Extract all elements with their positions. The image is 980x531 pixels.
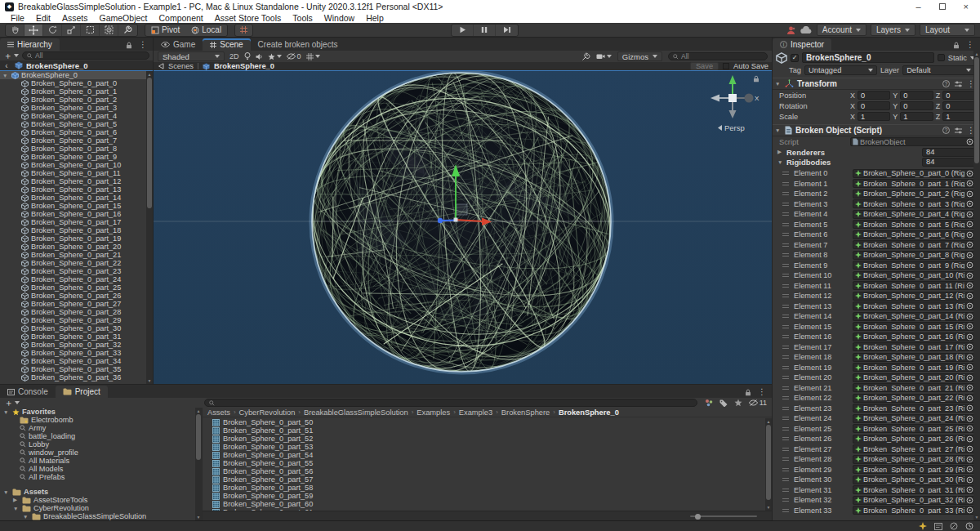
persp-label[interactable]: Persp <box>724 123 745 132</box>
favorite-item[interactable]: Lobby <box>0 440 202 448</box>
breadcrumb-scenes[interactable]: Scenes <box>168 62 194 70</box>
foldout-icon[interactable]: ▼ <box>3 409 10 415</box>
rigidbody-object-field[interactable]: Broken_Sphere_0_part_28 (Rigidb <box>853 455 976 464</box>
asset-file-row[interactable]: Broken_Sphere_0_part_50 <box>203 418 764 426</box>
asset-file-row[interactable]: Broken_Sphere_0_part_57 <box>203 475 764 484</box>
drag-handle-icon[interactable] <box>781 263 791 268</box>
rigidbody-object-field[interactable]: Broken_Sphere_0_part_18 (Rigidb <box>853 353 976 362</box>
rigidbody-object-field[interactable]: Broken_Sphere_0_part_17 (Rigidb <box>853 342 976 351</box>
object-picker-icon[interactable] <box>966 241 973 248</box>
favorites-root[interactable]: ▼Favorites <box>0 408 202 416</box>
menu-component[interactable]: Component <box>153 13 208 23</box>
favorite-item[interactable]: Electrobomb <box>0 416 202 424</box>
foldout-icon[interactable]: ▼ <box>13 506 20 511</box>
object-picker-icon[interactable] <box>966 456 973 463</box>
drag-handle-icon[interactable] <box>781 191 791 196</box>
hierarchy-item[interactable]: Broken_Sphere_0_part_36 <box>0 373 146 382</box>
scale-tool-button[interactable] <box>62 25 81 36</box>
rigidbody-object-field[interactable]: Broken_Sphere_0_part_25 (Rigidb <box>853 424 976 433</box>
step-button[interactable] <box>496 25 518 36</box>
drag-handle-icon[interactable] <box>781 406 791 411</box>
lock-icon[interactable] <box>754 76 759 82</box>
rigidbody-object-field[interactable]: Broken_Sphere_0_part_13 (Rigidb <box>853 301 976 310</box>
object-picker-icon[interactable] <box>966 343 973 350</box>
tab-scene[interactable]: Scene <box>203 38 250 51</box>
hierarchy-item[interactable]: Broken_Sphere_0_part_12 <box>0 177 146 185</box>
kebab-menu-icon[interactable]: ⋮ <box>139 41 147 49</box>
favorite-item[interactable]: All Prefabs <box>0 473 202 481</box>
drag-handle-icon[interactable] <box>781 324 791 329</box>
activity-progress-icon[interactable] <box>965 522 973 530</box>
rigidbody-object-field[interactable]: Broken_Sphere_0_part_24 (Rigidb <box>853 414 976 423</box>
drag-handle-icon[interactable] <box>781 386 791 390</box>
restore-button[interactable] <box>939 3 946 10</box>
y-value-field[interactable]: 0 <box>900 101 933 110</box>
object-picker-icon[interactable] <box>966 395 973 402</box>
minimize-button[interactable]: – <box>915 1 920 12</box>
rigidbody-object-field[interactable]: Broken_Sphere_0_part_31 (Rigidb <box>853 485 976 494</box>
drag-handle-icon[interactable] <box>781 212 791 216</box>
drag-handle-icon[interactable] <box>781 222 791 227</box>
object-picker-icon[interactable] <box>966 497 973 504</box>
rigidbody-object-field[interactable]: Broken_Sphere_0_part_19 (Rigidb <box>853 363 976 372</box>
drag-handle-icon[interactable] <box>781 252 791 257</box>
cloud-icon[interactable] <box>800 26 813 34</box>
drag-handle-icon[interactable] <box>781 416 791 421</box>
object-picker-icon[interactable] <box>966 333 973 341</box>
rigidbody-object-field[interactable]: Broken_Sphere_0_part_11 (Rigidb <box>853 281 976 290</box>
foldout-icon[interactable]: ▼ <box>777 159 784 165</box>
object-picker-icon[interactable] <box>966 282 973 289</box>
menu-edit[interactable]: Edit <box>30 13 56 23</box>
asset-file-row[interactable]: Broken_Sphere_0_part_51 <box>203 426 764 435</box>
object-picker-icon[interactable] <box>966 211 973 218</box>
foldout-icon[interactable]: ▼ <box>2 73 9 78</box>
renderers-count-field[interactable]: 84 <box>922 148 976 157</box>
asset-file-row[interactable]: Broken_Sphere_0_part_52 <box>203 435 764 443</box>
hierarchy-item[interactable]: Broken_Sphere_0_part_14 <box>0 194 146 202</box>
z-value-field[interactable]: 0 <box>942 101 976 110</box>
object-picker-icon[interactable] <box>966 466 973 473</box>
orientation-gizmo[interactable]: X Persp <box>708 74 762 134</box>
effects-dropdown[interactable] <box>268 53 282 60</box>
play-button[interactable] <box>452 25 474 36</box>
active-checkbox[interactable]: ✓ <box>791 54 799 62</box>
drag-handle-icon[interactable] <box>781 477 791 482</box>
favorite-item[interactable]: battle_loading <box>0 432 202 440</box>
rigidbody-object-field[interactable]: Broken_Sphere_0_part_33 (Rigidb <box>853 506 976 515</box>
transform-tool-button[interactable] <box>100 25 118 36</box>
x-value-field[interactable]: 1 <box>858 112 890 121</box>
tab-create-broken-objects[interactable]: Create broken objects <box>251 38 345 51</box>
rigidbodies-count-field[interactable]: 84 <box>922 158 976 167</box>
object-picker-icon[interactable] <box>966 261 973 269</box>
files-scrollbar[interactable]: ▲ ▼ <box>765 418 772 511</box>
lighting-toggle-button[interactable] <box>244 52 251 60</box>
drag-handle-icon[interactable] <box>781 283 791 288</box>
drag-handle-icon[interactable] <box>781 293 791 298</box>
rigidbody-object-field[interactable]: Broken_Sphere_0_part_12 (Rigidb <box>853 292 976 301</box>
object-picker-icon[interactable] <box>966 425 973 432</box>
z-value-field[interactable]: 1 <box>942 112 976 121</box>
search-by-type-icon[interactable] <box>705 399 713 407</box>
tab-project[interactable]: Project <box>56 386 108 398</box>
hierarchy-item[interactable]: Broken_Sphere_0_part_33 <box>0 349 146 357</box>
menu-asset-store-tools[interactable]: Asset Store Tools <box>209 13 287 23</box>
rigidbody-object-field[interactable]: Broken_Sphere_0_part_8 (Rigidbo <box>853 251 976 260</box>
drag-handle-icon[interactable] <box>781 243 791 248</box>
camera-dropdown[interactable] <box>596 53 612 60</box>
breadcrumb-segment[interactable]: BrokenSphere <box>501 408 550 417</box>
favorites-star-icon[interactable] <box>734 399 742 407</box>
rigidbody-object-field[interactable]: Broken_Sphere_0_part_26 (Rigidb <box>853 435 976 444</box>
hierarchy-item[interactable]: Broken_Sphere_0_part_16 <box>0 210 146 218</box>
hierarchy-item[interactable]: Broken_Sphere_0_part_34 <box>0 357 146 365</box>
hierarchy-item[interactable]: Broken_Sphere_0_part_6 <box>0 128 146 136</box>
menu-file[interactable]: File <box>5 13 30 23</box>
foldout-icon[interactable]: ▼ <box>23 514 29 520</box>
exit-prefab-icon[interactable] <box>157 63 164 69</box>
rigidbody-object-field[interactable]: Broken_Sphere_0_part_32 (Rigidb <box>853 496 976 505</box>
rigidbody-object-field[interactable]: Broken_Sphere_0_part_29 (Rigidb <box>853 465 976 474</box>
drag-handle-icon[interactable] <box>781 314 791 319</box>
foldout-icon[interactable]: ▶ <box>13 497 20 503</box>
hierarchy-item[interactable]: Broken_Sphere_0_part_30 <box>0 324 146 332</box>
add-gameobject-button[interactable]: ＋ <box>3 50 19 62</box>
audio-toggle-button[interactable] <box>256 53 263 60</box>
